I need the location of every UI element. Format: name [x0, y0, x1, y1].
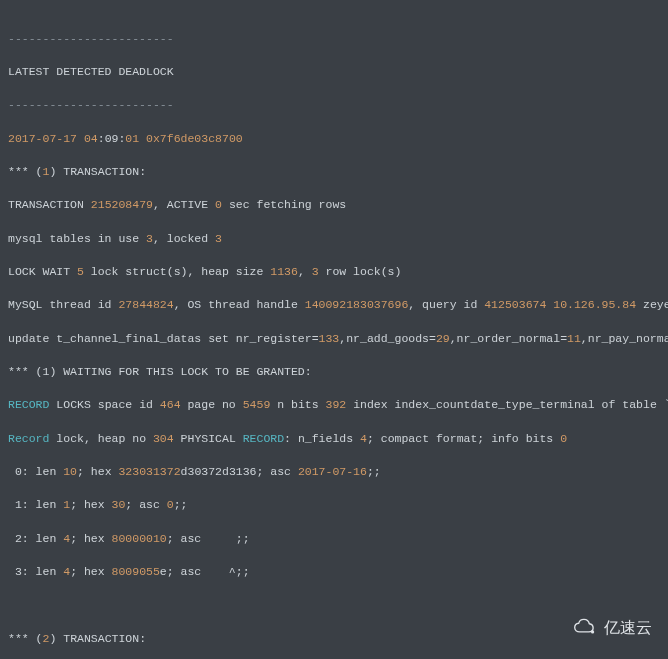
tx1-row-3: 3: len 4; hex 8009055e; asc ^;;: [8, 564, 660, 581]
deadlock-title: LATEST DETECTED DEADLOCK: [8, 64, 660, 81]
tx1-waiting: *** (1) WAITING FOR THIS LOCK TO BE GRAN…: [8, 364, 660, 381]
watermark: 亿速云: [572, 616, 652, 639]
tx1-record-locks: RECORD LOCKS space id 464 page no 5459 n…: [8, 397, 660, 414]
tx1-lockwait: LOCK WAIT 5 lock struct(s), heap size 11…: [8, 264, 660, 281]
cloud-icon: [572, 618, 598, 636]
svg-point-0: [591, 631, 594, 634]
tx1-header: *** (1) TRANSACTION:: [8, 164, 660, 181]
terminal-output: ------------------------ LATEST DETECTED…: [0, 0, 668, 659]
tx1-row-2: 2: len 4; hex 80000010; asc ;;: [8, 531, 660, 548]
rule: ------------------------: [8, 97, 660, 114]
rule: ------------------------: [8, 31, 660, 48]
watermark-text: 亿速云: [604, 616, 652, 639]
tx2-header: *** (2) TRANSACTION:: [8, 631, 660, 648]
timestamp-line: 2017-07-17 04:09:01 0x7f6de03c8700: [8, 131, 660, 148]
tx1-tables: mysql tables in use 3, locked 3: [8, 231, 660, 248]
tx1-thread: MySQL thread id 27844824, OS thread hand…: [8, 297, 660, 314]
tx1-id: TRANSACTION 215208479, ACTIVE 0 sec fetc…: [8, 197, 660, 214]
tx1-record-lock: Record lock, heap no 304 PHYSICAL RECORD…: [8, 431, 660, 448]
blank: [8, 598, 660, 615]
tx1-update: update t_channel_final_datas set nr_regi…: [8, 331, 660, 348]
tx1-row-0: 0: len 10; hex 323031372d30372d3136; asc…: [8, 464, 660, 481]
tx1-row-1: 1: len 1; hex 30; asc 0;;: [8, 497, 660, 514]
